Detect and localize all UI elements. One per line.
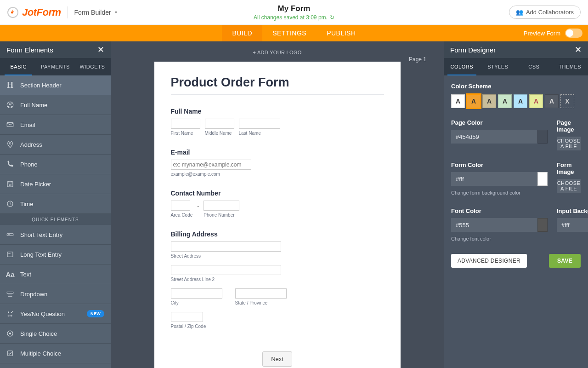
swatch-custom[interactable]: X bbox=[560, 94, 574, 108]
email-input[interactable] bbox=[171, 160, 251, 170]
svg-rect-7 bbox=[7, 234, 13, 236]
element-text[interactable]: Aa Text bbox=[0, 264, 111, 284]
tab-colors[interactable]: COLORS bbox=[444, 58, 480, 75]
color-chip[interactable] bbox=[537, 172, 548, 186]
primary-tabs: BUILD SETTINGS PUBLISH Preview Form bbox=[0, 25, 588, 41]
form-elements-panel: Form Elements ✕ BASIC PAYMENTS WIDGETS H… bbox=[0, 41, 111, 368]
tab-publish[interactable]: PUBLISH bbox=[317, 25, 366, 41]
element-time[interactable]: Time bbox=[0, 194, 111, 214]
divider bbox=[68, 6, 68, 18]
close-icon[interactable]: ✕ bbox=[575, 45, 582, 55]
swatch[interactable]: A bbox=[467, 94, 481, 108]
phone-number-input[interactable] bbox=[204, 201, 239, 211]
street-input[interactable] bbox=[171, 242, 281, 252]
field-label: Billing Address bbox=[171, 230, 384, 238]
tab-styles[interactable]: STYLES bbox=[480, 58, 516, 75]
close-icon[interactable]: ✕ bbox=[97, 45, 104, 55]
color-swatches: A A A A A A A X bbox=[451, 94, 581, 108]
divider bbox=[185, 342, 370, 342]
element-short-text[interactable]: Short Text Entry bbox=[0, 225, 111, 245]
svg-point-1 bbox=[9, 103, 11, 105]
field-label: Contact Number bbox=[171, 190, 384, 197]
svg-point-11 bbox=[9, 333, 11, 335]
color-scheme-label: Color Scheme bbox=[451, 83, 581, 90]
zip-input[interactable] bbox=[171, 312, 203, 322]
tab-themes[interactable]: THEMES bbox=[552, 58, 588, 75]
form-canvas: + ADD YOUR LOGO Page 1 Product Order For… bbox=[111, 41, 444, 368]
form-preview[interactable]: Product Order Form Full Name First Name … bbox=[154, 62, 401, 368]
choose-file-button[interactable]: CHOOSE A FILE bbox=[557, 179, 581, 193]
page-color-input[interactable] bbox=[451, 130, 537, 144]
quick-elements-header: QUICK ELEMENTS bbox=[0, 214, 111, 225]
element-yes-no[interactable]: Yes/No Question NEW bbox=[0, 304, 111, 324]
swatch[interactable]: A bbox=[545, 94, 559, 108]
swatch[interactable]: A bbox=[514, 94, 527, 108]
radio-icon bbox=[0, 329, 20, 338]
users-icon: 👥 bbox=[516, 9, 523, 16]
svg-rect-9 bbox=[7, 292, 13, 294]
element-multiple-choice[interactable]: Multiple Choice bbox=[0, 344, 111, 363]
swatch[interactable]: A bbox=[529, 94, 543, 108]
logo-icon bbox=[7, 7, 18, 18]
clock-icon bbox=[0, 200, 20, 208]
svg-rect-8 bbox=[7, 252, 13, 257]
middle-name-input[interactable] bbox=[205, 119, 234, 129]
form-title[interactable]: My Form bbox=[254, 4, 334, 13]
tab-settings[interactable]: SETTINGS bbox=[262, 25, 317, 41]
preview-label: Preview Form bbox=[524, 30, 560, 37]
form-color-input[interactable] bbox=[451, 172, 537, 186]
form-builder-dropdown[interactable]: Form Builder ▾ bbox=[74, 9, 117, 16]
street2-input[interactable] bbox=[171, 265, 281, 275]
tab-basic[interactable]: BASIC bbox=[0, 58, 37, 75]
swatch[interactable]: A bbox=[482, 94, 496, 108]
advanced-designer-button[interactable]: ADVANCED DESIGNER bbox=[451, 254, 527, 268]
area-code-input[interactable] bbox=[171, 201, 190, 211]
yes-no-icon bbox=[0, 310, 20, 318]
page-indicator: Page 1 bbox=[409, 56, 426, 63]
swatch[interactable]: A bbox=[451, 94, 465, 108]
user-icon bbox=[0, 101, 20, 109]
save-status: All changes saved at 3:09 pm. ↻ bbox=[254, 14, 334, 21]
tab-widgets[interactable]: WIDGETS bbox=[74, 58, 111, 75]
short-text-icon bbox=[0, 230, 20, 239]
tab-css[interactable]: CSS bbox=[516, 58, 552, 75]
add-logo-button[interactable]: + ADD YOUR LOGO bbox=[111, 41, 444, 62]
input-bg-input[interactable] bbox=[557, 218, 588, 232]
element-phone[interactable]: Phone bbox=[0, 155, 111, 174]
color-chip[interactable] bbox=[537, 130, 548, 144]
add-collaborators-button[interactable]: 👥 Add Collaborators bbox=[509, 6, 581, 19]
element-email[interactable]: Email bbox=[0, 115, 111, 135]
choose-file-button[interactable]: CHOOSE A FILE bbox=[557, 137, 581, 150]
divider bbox=[171, 94, 384, 95]
element-long-text[interactable]: Long Text Entry bbox=[0, 245, 111, 264]
long-text-icon bbox=[0, 250, 20, 259]
element-section-header[interactable]: H Section Header bbox=[0, 75, 111, 95]
next-button[interactable]: Next bbox=[262, 351, 292, 367]
font-color-input[interactable] bbox=[451, 218, 537, 232]
first-name-input[interactable] bbox=[171, 119, 200, 129]
save-button[interactable]: SAVE bbox=[549, 254, 581, 268]
last-name-input[interactable] bbox=[239, 119, 280, 129]
app-header: JotForm Form Builder ▾ My Form All chang… bbox=[0, 0, 588, 25]
state-input[interactable] bbox=[235, 288, 287, 299]
element-date-picker[interactable]: 10 Date Picker bbox=[0, 174, 111, 194]
calendar-icon: 10 bbox=[0, 180, 20, 188]
field-label: E-mail bbox=[171, 149, 384, 156]
preview-toggle[interactable] bbox=[565, 29, 582, 38]
element-single-choice[interactable]: Single Choice bbox=[0, 324, 111, 344]
color-chip[interactable] bbox=[537, 218, 548, 232]
element-dropdown[interactable]: Dropdown bbox=[0, 284, 111, 304]
logo-text: JotForm bbox=[22, 6, 61, 18]
mail-icon bbox=[0, 121, 20, 129]
tab-payments[interactable]: PAYMENTS bbox=[37, 58, 74, 75]
svg-point-3 bbox=[9, 143, 11, 144]
svg-rect-2 bbox=[7, 123, 13, 127]
element-full-name[interactable]: Full Name bbox=[0, 95, 111, 115]
tab-build[interactable]: BUILD bbox=[222, 25, 262, 41]
element-address[interactable]: Address bbox=[0, 135, 111, 155]
new-badge: NEW bbox=[87, 310, 104, 317]
city-input[interactable] bbox=[171, 288, 222, 299]
swatch[interactable]: A bbox=[498, 94, 512, 108]
heading-icon: H bbox=[0, 80, 20, 90]
chevron-down-icon: ▾ bbox=[115, 10, 117, 15]
